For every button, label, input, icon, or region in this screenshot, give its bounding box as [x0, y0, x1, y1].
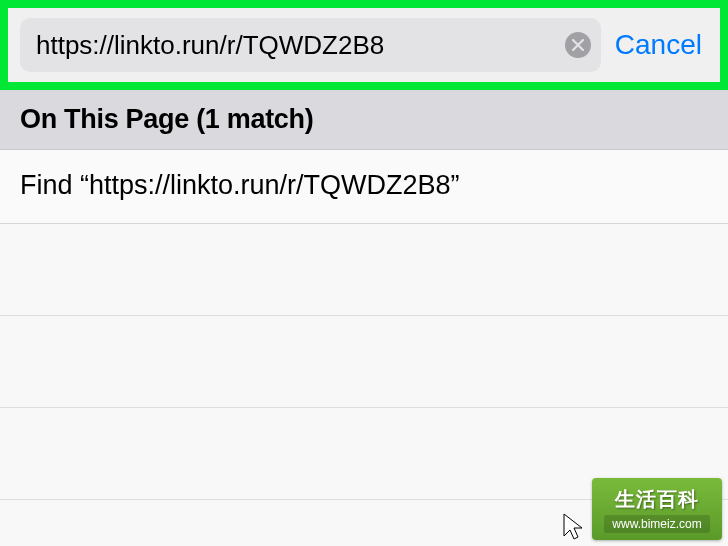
find-on-page-row[interactable]: Find “https://linkto.run/r/TQWDZ2B8”: [0, 150, 728, 224]
cursor-icon: [562, 512, 586, 542]
find-text: Find “https://linkto.run/r/TQWDZ2B8”: [20, 170, 708, 201]
list-item: [0, 224, 728, 316]
watermark-brand: 生活百科: [615, 486, 699, 513]
section-title: On This Page (1 match): [20, 104, 708, 135]
search-input[interactable]: [36, 30, 565, 61]
watermark-url: www.bimeiz.com: [604, 515, 709, 533]
watermark-badge: 生活百科 www.bimeiz.com: [592, 478, 722, 540]
clear-icon[interactable]: [565, 32, 591, 58]
section-header: On This Page (1 match): [0, 90, 728, 150]
search-field[interactable]: [20, 18, 601, 72]
search-bar-container: Cancel: [0, 0, 728, 90]
list-item: [0, 316, 728, 408]
cancel-button[interactable]: Cancel: [615, 29, 708, 61]
